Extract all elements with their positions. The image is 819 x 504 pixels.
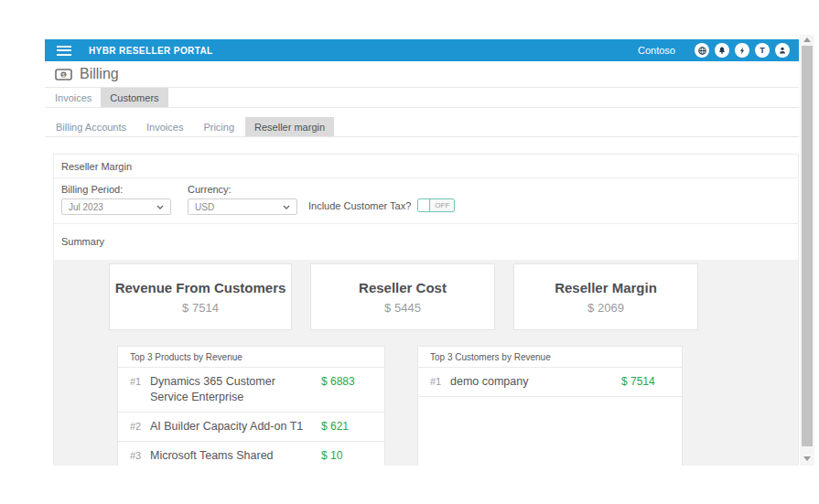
- billing-period-group: Billing Period: Jul 2023: [61, 184, 171, 215]
- summary-section-label: Summary: [54, 224, 798, 260]
- portal-page: HYBR RESELLER PORTAL Contoso: [45, 35, 799, 466]
- row-name: AI Builder Capacity Add-on T1: [150, 419, 309, 434]
- top-customers-table: Top 3 Customers by Revenue #1 demo compa…: [417, 346, 683, 466]
- filters-row: Billing Period: Jul 2023 Currency: USD: [54, 178, 798, 224]
- card-value: $ 5445: [311, 301, 494, 315]
- chevron-down-icon: [283, 205, 290, 209]
- currency-select[interactable]: USD: [188, 198, 297, 215]
- table-header: Top 3 Customers by Revenue: [418, 347, 682, 368]
- table-row: #1 Dynamics 365 Customer Service Enterpr…: [118, 368, 384, 413]
- row-rank: #1: [430, 374, 450, 390]
- customer-tax-toggle[interactable]: OFF: [417, 198, 455, 212]
- tab-invoices[interactable]: Invoices: [46, 88, 101, 107]
- card-value: $ 7514: [110, 301, 291, 315]
- row-value: $ 7514: [621, 374, 655, 390]
- scroll-up-arrow-icon[interactable]: [803, 38, 811, 42]
- table-row: #2 AI Builder Capacity Add-on T1 $ 621: [118, 413, 384, 442]
- billing-period-value: Jul 2023: [69, 202, 156, 212]
- top-nav-bar: HYBR RESELLER PORTAL Contoso: [45, 39, 799, 61]
- tab-customers[interactable]: Customers: [101, 88, 167, 107]
- secondary-tabs: Billing Accounts Invoices Pricing Resell…: [45, 117, 799, 137]
- lightning-icon[interactable]: [735, 43, 749, 58]
- card-reseller-margin: Reseller Margin $ 2069: [513, 263, 698, 330]
- currency-group: Currency: USD: [188, 184, 297, 215]
- currency-value: USD: [195, 202, 283, 212]
- row-name: Microsoft Teams Shared Devices: [150, 448, 309, 466]
- subtab-reseller-margin[interactable]: Reseller margin: [245, 117, 334, 136]
- panel-title: Reseller Margin: [54, 155, 798, 178]
- summary-content-area: Revenue From Customers $ 7514 Reseller C…: [54, 260, 798, 466]
- scrollbar-thumb[interactable]: [802, 46, 813, 446]
- scroll-down-arrow-icon[interactable]: [803, 456, 811, 461]
- card-title: Reseller Margin: [514, 280, 697, 295]
- user-icon[interactable]: [775, 43, 790, 58]
- card-reseller-cost: Reseller Cost $ 5445: [310, 263, 495, 330]
- toggle-state-label: OFF: [430, 199, 454, 211]
- letter-t-icon[interactable]: T: [755, 43, 770, 58]
- subtab-invoices[interactable]: Invoices: [137, 117, 192, 136]
- toggle-knob: [418, 199, 430, 211]
- globe-icon[interactable]: [695, 43, 709, 58]
- bell-icon[interactable]: [715, 43, 729, 58]
- row-value: $ 621: [321, 419, 349, 434]
- letter-t-glyph: T: [760, 47, 765, 55]
- customer-tax-group: Include Customer Tax? OFF: [308, 198, 455, 212]
- card-value: $ 2069: [514, 301, 697, 315]
- row-value: $ 10: [321, 448, 342, 464]
- row-name: Dynamics 365 Customer Service Enterprise: [150, 374, 309, 405]
- bell-glyph: [717, 46, 727, 55]
- chevron-down-icon: [156, 205, 164, 209]
- app-window: HYBR RESELLER PORTAL Contoso: [45, 35, 814, 466]
- billing-period-select[interactable]: Jul 2023: [61, 198, 171, 215]
- lightning-glyph: [738, 46, 747, 56]
- reseller-margin-panel: Reseller Margin Billing Period: Jul 2023…: [53, 154, 799, 466]
- hamburger-menu-icon[interactable]: [57, 46, 71, 56]
- card-revenue-from-customers: Revenue From Customers $ 7514: [109, 263, 292, 330]
- table-header: Top 3 Products by Revenue: [118, 347, 384, 368]
- row-rank: #1: [130, 374, 150, 390]
- account-name[interactable]: Contoso: [638, 45, 675, 56]
- brand-title: HYBR RESELLER PORTAL: [89, 46, 213, 56]
- row-name: demo company: [450, 374, 609, 390]
- table-row: #1 demo company $ 7514: [418, 368, 682, 397]
- card-title: Reseller Cost: [311, 280, 494, 295]
- primary-tabs: Invoices Customers: [45, 88, 799, 108]
- subtab-pricing[interactable]: Pricing: [194, 117, 243, 136]
- page-title: Billing: [80, 66, 119, 82]
- page-heading-row: $ Billing: [45, 61, 799, 88]
- row-rank: #3: [130, 448, 150, 464]
- user-glyph: [778, 46, 787, 55]
- vertical-scrollbar[interactable]: [800, 35, 814, 466]
- card-title: Revenue From Customers: [110, 280, 291, 295]
- customer-tax-label: Include Customer Tax?: [308, 200, 411, 211]
- billing-money-icon: $: [55, 69, 72, 80]
- globe-glyph: [697, 46, 707, 56]
- row-rank: #2: [130, 419, 150, 434]
- row-value: $ 6883: [321, 374, 355, 390]
- table-row: #3 Microsoft Teams Shared Devices $ 10: [118, 442, 384, 466]
- currency-label: Currency:: [188, 184, 297, 195]
- billing-period-label: Billing Period:: [61, 184, 171, 195]
- subtab-billing-accounts[interactable]: Billing Accounts: [47, 117, 135, 136]
- top-products-table: Top 3 Products by Revenue #1 Dynamics 36…: [117, 346, 385, 466]
